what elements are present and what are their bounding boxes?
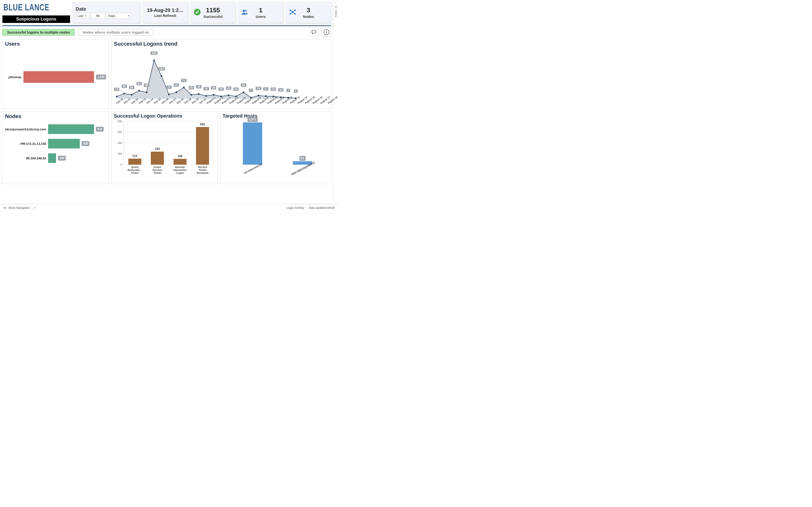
host-bar[interactable]: 1,071 [243,122,262,165]
filter-icon [334,5,338,9]
range-mode-select[interactable]: Last▾ [75,13,89,19]
node-bar-label: ::ffff:172.31.13.156 [5,142,46,146]
svg-point-13 [153,60,155,61]
ops-bar[interactable]: 113 [128,159,141,165]
ops-title: Successful Logon Operations [114,113,215,119]
svg-point-1 [243,10,245,12]
brand-logo: BLUE LANCE [2,0,70,16]
user-bar-row[interactable]: pthomas1,155 [5,71,106,83]
trend-x-label: July 21 [123,102,124,105]
users-icon [241,9,248,16]
trend-x-label: August 16 [312,102,313,105]
trend-point-label: 20 [256,87,261,90]
filters-rail[interactable]: Filters [333,0,338,204]
info-icon: i [323,29,329,35]
node-bar-label: blcorpuseast1d.blcorp.com [5,127,46,131]
svg-point-23 [227,95,230,96]
chevron-down-icon: ▾ [85,14,86,17]
host-bar-value: 1,071 [247,117,257,122]
kpi-success-label: Successful [203,14,222,18]
svg-point-25 [243,92,244,93]
trend-x-label: August 9 [259,102,260,105]
refresh-label: Last Refresh [154,13,176,18]
trend-x-label: August 12 [282,102,283,105]
trend-x-label: August 11 [274,102,275,105]
ops-bar[interactable]: 108 [173,159,187,165]
node-bar [48,124,94,134]
trend-x-label: August 3 [214,102,215,105]
show-navigation-button[interactable]: Show Navigation [8,206,30,210]
user-bar-label: pthomas [5,75,21,79]
ops-bar-label: GrantServiceTicket [148,166,167,174]
trend-point-label: 15 [234,88,239,91]
hamburger-icon[interactable] [3,207,6,209]
date-filter-card: Date Last▾ 90 Days▾ [72,2,140,23]
kpi-nodes: 3 Nodes [286,2,331,23]
svg-point-2 [245,10,247,11]
ops-bar-value: 692 [200,123,205,126]
kpi-users: 1 Users [238,2,284,23]
svg-point-15 [168,94,170,95]
trend-point-label: 3 [294,89,298,93]
info-button[interactable]: i [322,27,331,37]
range-value-input[interactable]: 90 [91,13,105,19]
trend-point-label: 25 [211,86,216,89]
node-bar-value: 428 [82,141,89,146]
users-title: Users [5,41,106,47]
trend-point-label: 30 [196,85,201,89]
check-circle-icon [194,8,201,17]
kpi-success-value: 1155 [206,6,220,14]
node-bar-row[interactable]: 98.194.248.52108 [5,153,106,163]
comment-button[interactable] [309,27,318,37]
svg-point-21 [213,94,215,96]
svg-point-16 [175,92,177,93]
chevron-left-icon [335,1,337,4]
trend-point-label: 14 [114,88,119,91]
trend-x-label: July 26 [161,102,162,105]
node-bar-row[interactable]: blcorpuseast1d.blcorp.com619 [5,124,106,134]
trend-x-label: August 17 [319,102,321,105]
trend-x-label: August 6 [236,102,238,105]
date-label: Date [75,6,137,12]
trend-x-label: August 15 [304,102,306,105]
node-bar [48,153,56,163]
tab-successful-logons[interactable]: Successful logons to multiple nodes [2,29,75,36]
trend-point-label: 7 [249,89,253,92]
tab-nodes-multiple-users[interactable]: Nodes where multiple users logged on [78,29,154,36]
trend-point-label: 33 [121,85,127,88]
trend-point-label: 10 [278,89,284,92]
trend-x-label: August 8 [251,102,253,105]
trend-point-label: 41 [174,83,179,87]
user-bar-value: 1,155 [96,74,106,79]
node-bar-value: 619 [96,127,104,131]
collapse-icon[interactable]: ⤢ [33,207,35,209]
trend-chart[interactable] [114,48,328,104]
ops-bar[interactable]: 242 [151,152,164,165]
trend-x-label: July 27 [168,102,170,105]
node-bar [48,139,80,149]
kpi-users-value: 1 [259,6,262,14]
trend-point-label: 26 [129,86,134,89]
trend-x-label: August 4 [221,102,222,105]
trend-point-label: 27 [166,86,171,89]
node-bar-label: 98.194.248.52 [5,157,46,160]
kpi-last-refresh: 19-Aug-20 1:2… Last Refresh [143,2,188,23]
svg-point-17 [183,87,185,89]
ops-bar[interactable]: 692 [196,127,209,165]
trend-x-label: July 28 [176,102,177,105]
trend-point-label: 144 [158,67,165,70]
panel-trend: Successful Logons trend 1433265140243144… [111,39,331,109]
range-unit-select[interactable]: Days▾ [107,13,131,19]
panel-hosts: Targeted Hosts 1,07184blcorpuseast1d.WIN… [220,112,331,184]
panel-nodes: Nodes blcorpuseast1d.blcorp.com619::ffff… [2,112,109,184]
trend-point-label: 15 [218,88,224,91]
svg-point-27 [258,95,259,96]
filters-label: Filters [335,10,337,17]
trend-point-label: 7 [286,89,290,92]
node-bar-row[interactable]: ::ffff:172.31.13.156428 [5,139,106,149]
trend-x-label: August 13 [289,102,291,105]
svg-point-20 [205,95,207,97]
ops-bar-label: RemoteInteractiveLogon [170,166,190,174]
trend-point-label: 40 [144,83,149,87]
kpi-nodes-value: 3 [307,6,310,14]
